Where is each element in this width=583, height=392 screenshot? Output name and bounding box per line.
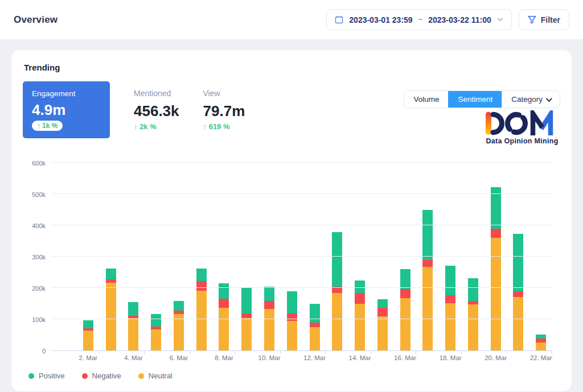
stacked-bar[interactable] [491, 187, 501, 350]
bar-segment-neutral[interactable] [310, 327, 320, 350]
bar-segment-positive[interactable] [422, 210, 433, 260]
tab-category-dropdown[interactable]: Category [502, 91, 560, 108]
bar-segment-positive[interactable] [287, 291, 297, 313]
bar-segment-negative[interactable] [422, 260, 433, 267]
bar-column [416, 163, 439, 350]
bar-segment-positive[interactable] [332, 232, 342, 287]
x-tick-label [326, 354, 348, 364]
date-start[interactable]: 2023-03-01 23:59 [349, 15, 412, 24]
bar-segment-negative[interactable] [513, 291, 523, 297]
bar-segment-neutral[interactable] [264, 309, 274, 350]
bar-segment-positive[interactable] [219, 283, 229, 298]
bar-segment-neutral[interactable] [355, 304, 365, 350]
filter-button[interactable]: Filter [519, 9, 569, 30]
x-tick-label [371, 354, 394, 364]
bar-segment-positive[interactable] [83, 320, 93, 328]
stat-label: Engagement [32, 89, 101, 98]
bar-segment-positive[interactable] [241, 288, 252, 313]
y-tick-label: 300k [23, 253, 46, 261]
legend-item-neutral[interactable]: Neutral [138, 372, 173, 380]
bar-segment-negative[interactable] [491, 229, 501, 238]
bar-segment-positive[interactable] [196, 269, 207, 282]
bar-segment-positive[interactable] [151, 314, 161, 327]
bar-segment-positive[interactable] [310, 304, 320, 323]
bar-segment-positive[interactable] [377, 299, 388, 308]
bar-segment-negative[interactable] [287, 313, 297, 321]
stacked-bar[interactable] [445, 266, 455, 350]
date-range-picker[interactable]: 2023-03-01 23:59 ~ 2023-03-22 11:00 [326, 9, 511, 30]
stacked-bar[interactable] [151, 314, 161, 350]
gridline [51, 319, 552, 319]
bar-segment-negative[interactable] [400, 289, 410, 299]
bar-segment-negative[interactable] [377, 308, 388, 316]
stacked-bar[interactable] [287, 291, 297, 350]
stacked-bar[interactable] [219, 283, 229, 350]
stacked-bar[interactable] [174, 301, 184, 350]
bar-segment-positive[interactable] [264, 287, 274, 301]
bar-segment-neutral[interactable] [196, 291, 207, 350]
bar-segment-positive[interactable] [106, 269, 116, 279]
bar-column [235, 163, 258, 350]
legend-item-positive[interactable]: Positive [28, 372, 65, 380]
bar-segment-positive[interactable] [468, 278, 478, 301]
bar-segment-neutral[interactable] [106, 283, 116, 350]
stacked-bar[interactable] [310, 304, 320, 350]
bar-segment-negative[interactable] [219, 299, 229, 308]
stacked-bar[interactable] [106, 269, 116, 350]
bar-segment-neutral[interactable] [287, 321, 297, 350]
tab-sentiment[interactable]: Sentiment [448, 91, 502, 108]
stacked-bar[interactable] [422, 210, 433, 350]
bar-segment-negative[interactable] [264, 301, 274, 309]
stat-change: ↑ 619 % [203, 122, 245, 131]
bar-segment-positive[interactable] [513, 234, 523, 291]
bar-segment-neutral[interactable] [400, 298, 410, 350]
legend-label: Positive [39, 372, 65, 380]
stat-mentioned[interactable]: Mentioned 456.3k ↑ 2k % [134, 81, 179, 131]
bar-segment-neutral[interactable] [422, 267, 433, 350]
bar-segment-negative[interactable] [310, 323, 320, 327]
tab-volume[interactable]: Volume [404, 91, 448, 108]
bar-segment-neutral[interactable] [377, 316, 388, 350]
bar-segment-positive[interactable] [400, 269, 410, 289]
bar-segment-neutral[interactable] [468, 304, 478, 350]
stacked-bar[interactable] [332, 232, 342, 350]
bar-segment-neutral[interactable] [332, 293, 342, 350]
bar-segment-neutral[interactable] [445, 303, 455, 350]
legend-item-negative[interactable]: Negative [82, 372, 121, 380]
date-end[interactable]: 2023-03-22 11:00 [428, 15, 491, 24]
gridline [51, 256, 552, 257]
bar-segment-neutral[interactable] [241, 318, 252, 350]
stacked-bar[interactable] [377, 299, 388, 350]
bar-segment-neutral[interactable] [128, 318, 138, 350]
stacked-bar[interactable] [468, 278, 478, 350]
bar-segment-neutral[interactable] [536, 343, 546, 350]
bar-segment-negative[interactable] [355, 293, 365, 304]
stat-view[interactable]: View 79.7m ↑ 619 % [203, 81, 245, 131]
bar-segment-negative[interactable] [445, 295, 455, 303]
stacked-bar[interactable] [400, 269, 410, 350]
bar-column [77, 163, 100, 350]
stacked-bar[interactable] [241, 288, 252, 350]
bar-segment-neutral[interactable] [491, 238, 501, 350]
stat-engagement[interactable]: Engagement 4.9m ↑ 1k % [23, 81, 110, 138]
stacked-bar[interactable] [536, 335, 546, 350]
bar-segment-negative[interactable] [241, 313, 252, 319]
bar-segment-neutral[interactable] [151, 329, 161, 350]
bar-segment-neutral[interactable] [174, 314, 184, 350]
stacked-bar[interactable] [513, 234, 523, 350]
tab-label: Sentiment [458, 95, 492, 104]
bar-segment-positive[interactable] [128, 302, 138, 316]
stat-value: 456.3k [134, 104, 179, 118]
bar-segment-negative[interactable] [196, 281, 207, 291]
stacked-bar[interactable] [355, 280, 365, 350]
bar-segment-neutral[interactable] [219, 308, 229, 350]
bar-segment-neutral[interactable] [83, 331, 93, 350]
bar-segment-negative[interactable] [536, 339, 546, 343]
bar-segment-positive[interactable] [536, 335, 546, 339]
bar-segment-positive[interactable] [174, 301, 184, 311]
stacked-bar[interactable] [128, 302, 138, 350]
bar-segment-positive[interactable] [445, 266, 455, 295]
bar-segment-neutral[interactable] [513, 297, 523, 350]
stacked-bar[interactable] [83, 320, 93, 350]
stacked-bar[interactable] [196, 269, 207, 350]
